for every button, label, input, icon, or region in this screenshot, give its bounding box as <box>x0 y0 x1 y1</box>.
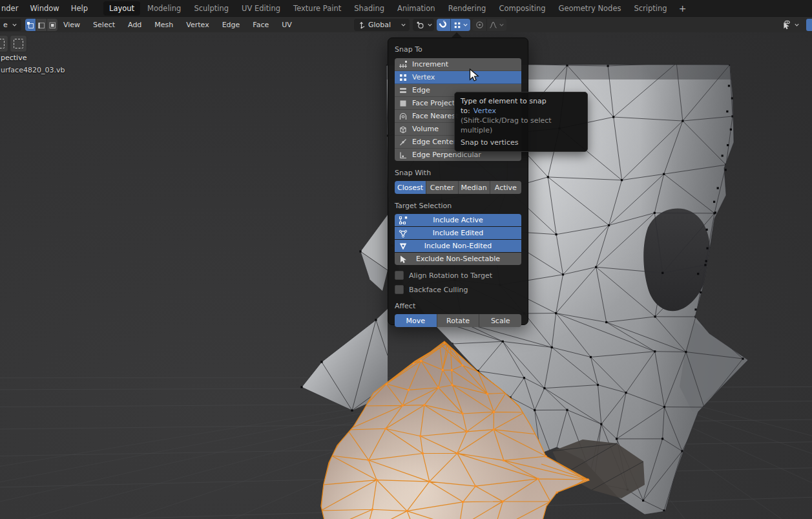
proportional-editing-icon <box>475 21 484 29</box>
chevron-down-icon <box>427 22 433 28</box>
snap-controls <box>437 19 470 31</box>
target-button-label: Include Edited <box>433 229 484 237</box>
snap-with-median[interactable]: Median <box>458 181 490 194</box>
backface-culling-checkbox-row[interactable]: Backface Culling <box>395 285 521 294</box>
include-edited-icon <box>397 228 409 238</box>
target-button-label: Include Active <box>433 216 483 224</box>
mode-dropdown-truncated[interactable]: e <box>0 19 21 31</box>
align-rotation-checkbox-row[interactable]: Align Rotation to Target <box>395 271 521 280</box>
include-non-edited-button[interactable]: Include Non-Edited <box>395 240 521 252</box>
backface-culling-checkbox[interactable] <box>395 285 404 294</box>
transform-orientation-label: Global <box>368 21 391 29</box>
snap-item-increment[interactable]: Increment <box>395 58 521 71</box>
snap-with-segmented: Closest Center Median Active <box>395 181 521 194</box>
affect-section-label: Affect <box>395 302 521 310</box>
mode-dropdown-label: e <box>3 21 8 29</box>
vertex-select-mode-button[interactable] <box>25 19 36 31</box>
proportional-falloff-dropdown[interactable] <box>487 19 506 31</box>
menu-help[interactable]: Help <box>65 4 94 13</box>
snap-with-closest[interactable]: Closest <box>395 181 426 194</box>
tooltip-body: Snap to vertices <box>461 138 581 147</box>
proportional-edit-toggle[interactable] <box>472 19 487 31</box>
popover-arrow <box>452 32 462 37</box>
menu-add[interactable]: Add <box>121 21 148 29</box>
menu-edge[interactable]: Edge <box>216 21 247 29</box>
snap-item-label: Face Project <box>412 99 455 107</box>
tab-animation[interactable]: Animation <box>391 1 441 16</box>
menu-select[interactable]: Select <box>87 21 121 29</box>
edge-icon <box>399 86 408 95</box>
falloff-curve-icon <box>489 21 497 29</box>
target-selection-section-label: Target Selection <box>395 202 521 210</box>
tab-uv-editing[interactable]: UV Editing <box>236 1 286 16</box>
include-active-button[interactable]: Include Active <box>395 214 521 226</box>
tooltip-heading-value: Vertex <box>474 107 496 115</box>
face-select-mode-icon <box>48 21 56 29</box>
vertex-select-mode-icon <box>26 21 34 29</box>
backface-culling-label: Backface Culling <box>409 286 468 294</box>
include-non-edited-icon <box>397 240 409 251</box>
edge-select-mode-button[interactable] <box>36 19 47 31</box>
snap-to-dropdown[interactable] <box>451 19 470 31</box>
tooltip: Type of element to snap to:Vertex (Shift… <box>454 92 588 152</box>
orientation-axis-icon <box>357 21 366 29</box>
toolbar-select-box-button[interactable] <box>10 35 27 52</box>
snap-to-vertex-icon <box>453 21 461 29</box>
active-object-label: urface4820_03.vb <box>1 66 65 74</box>
affect-scale[interactable]: Scale <box>479 314 521 327</box>
affect-rotate[interactable]: Rotate <box>437 314 479 327</box>
tab-sculpting[interactable]: Sculpting <box>188 1 234 16</box>
tab-layout[interactable]: Layout <box>103 1 140 16</box>
overlays-toggle-truncated[interactable] <box>806 19 812 31</box>
viewport-menus: View Select Add Mesh Vertex Edge Face UV <box>57 17 298 33</box>
show-gizmo-dropdown[interactable] <box>779 19 802 31</box>
tab-scripting[interactable]: Scripting <box>629 1 673 16</box>
viewport-header: e View Select Add Mesh Vertex Edge Face <box>0 16 812 32</box>
align-rotation-checkbox[interactable] <box>395 271 404 280</box>
snap-item-label: Volume <box>412 125 439 133</box>
snap-with-section-label: Snap With <box>395 169 521 177</box>
menu-uv[interactable]: UV <box>275 21 298 29</box>
tab-geometry-nodes[interactable]: Geometry Nodes <box>552 1 627 16</box>
view-perspective-label: pective <box>1 54 26 62</box>
menu-render-truncated[interactable]: nder <box>0 4 24 13</box>
volume-icon <box>399 125 408 134</box>
menu-view[interactable]: View <box>57 21 87 29</box>
topbar: nder Window Help Layout Modeling Sculpti… <box>0 0 812 16</box>
vertex-icon <box>399 73 408 82</box>
tooltip-subtext: (Shift-Click/Drag to select multiple) <box>461 116 581 135</box>
select-tool-icon <box>0 39 5 48</box>
edge-center-icon <box>399 138 408 147</box>
edge-perpendicular-icon <box>399 151 408 160</box>
toolbar-tool-button-truncated[interactable] <box>0 35 8 52</box>
tab-rendering[interactable]: Rendering <box>442 1 492 16</box>
tab-modeling[interactable]: Modeling <box>141 1 187 16</box>
tab-texture-paint[interactable]: Texture Paint <box>287 1 347 16</box>
workspace-tabs: Layout Modeling Sculpting UV Editing Tex… <box>103 0 691 16</box>
menu-mesh[interactable]: Mesh <box>148 21 180 29</box>
tab-compositing[interactable]: Compositing <box>493 1 551 16</box>
gizmo-visibility-icon <box>782 20 791 30</box>
menu-vertex[interactable]: Vertex <box>180 21 215 29</box>
add-workspace-button[interactable]: + <box>674 3 692 14</box>
face-select-mode-button[interactable] <box>47 19 57 31</box>
pivot-point-icon <box>416 21 424 29</box>
transform-orientation-dropdown[interactable]: Global <box>354 19 410 31</box>
snap-item-label: Vertex <box>412 73 435 81</box>
snap-with-center[interactable]: Center <box>426 181 457 194</box>
edge-select-mode-icon <box>37 21 45 29</box>
tab-shading[interactable]: Shading <box>348 1 390 16</box>
menu-window[interactable]: Window <box>24 4 65 13</box>
pivot-point-dropdown[interactable] <box>413 19 434 31</box>
snap-toggle-button[interactable] <box>437 19 451 31</box>
affect-move[interactable]: Move <box>395 314 437 327</box>
menu-face[interactable]: Face <box>246 21 275 29</box>
chevron-down-icon <box>463 22 468 28</box>
include-edited-button[interactable]: Include Edited <box>395 227 521 239</box>
snap-item-vertex[interactable]: Vertex <box>395 71 521 84</box>
snap-with-active[interactable]: Active <box>490 181 521 194</box>
exclude-non-selectable-button[interactable]: Exclude Non-Selectable <box>395 253 521 265</box>
select-mode-group <box>25 19 57 31</box>
face-project-icon <box>399 99 408 108</box>
viewport-3d[interactable]: pective urface4820_03.vb Snap To Increme… <box>0 32 812 519</box>
